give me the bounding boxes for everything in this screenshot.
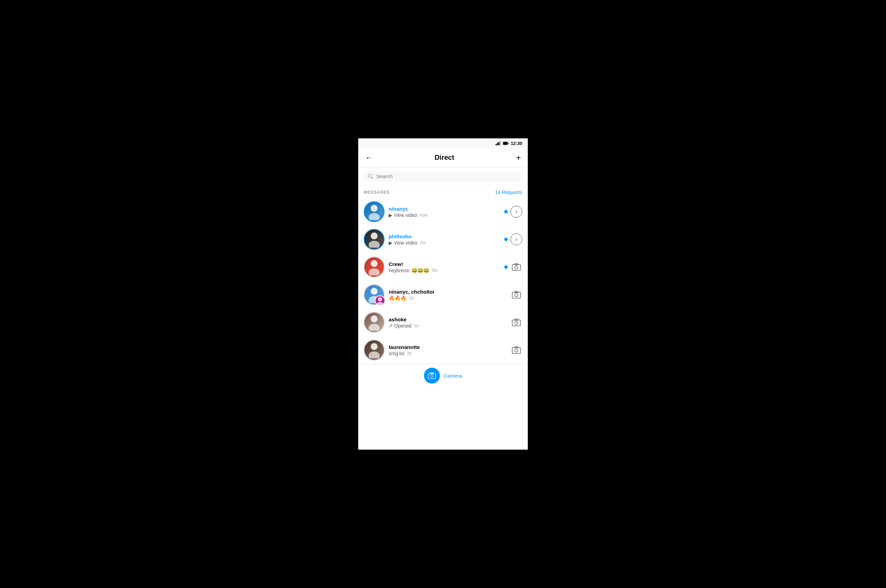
message-item-ninanyc[interactable]: ninanyc ▶ View video now ›	[358, 198, 528, 225]
avatar-wrapper-phillsohn	[364, 229, 385, 250]
back-button[interactable]: ←	[364, 152, 374, 164]
messages-header: MESSAGES 14 Requests	[358, 185, 528, 198]
avatar-phillsohn	[364, 229, 385, 250]
svg-rect-5	[503, 142, 507, 145]
svg-rect-1	[497, 143, 498, 145]
svg-rect-32	[512, 348, 520, 354]
add-button[interactable]: +	[514, 152, 522, 164]
message-preview-group: 🔥🔥🔥 1h	[389, 296, 510, 301]
search-input[interactable]	[376, 173, 518, 179]
play-button-phillsohn[interactable]: ›	[510, 234, 522, 245]
message-info-ashoke: ashoke ↗ Opened 1h	[389, 316, 510, 328]
unread-dot-ninanyc	[504, 210, 508, 213]
status-time: 12:30	[511, 141, 522, 146]
camera-button-lauren[interactable]	[510, 344, 522, 356]
camera-button-crew[interactable]	[510, 261, 522, 273]
svg-point-30	[371, 343, 378, 350]
svg-rect-27	[512, 320, 520, 326]
avatar-wrapper-lauren	[364, 340, 385, 360]
svg-point-20	[378, 297, 382, 301]
svg-rect-22	[512, 292, 520, 298]
avatar-wrapper-ashoke	[364, 312, 385, 333]
battery-icon	[503, 141, 509, 145]
status-bar: 12:30	[358, 138, 528, 148]
avatar-ashoke	[364, 312, 385, 333]
header: ← Direct +	[358, 148, 528, 167]
message-item-phillsohn[interactable]: phillsohn ▶ View video 2m ›	[358, 225, 528, 253]
message-preview-ninanyc: ▶ View video now	[389, 212, 504, 218]
message-actions-group	[510, 289, 522, 301]
svg-point-14	[369, 268, 380, 275]
svg-line-8	[372, 177, 373, 178]
message-info-lauren: laurenanntte omg lol 2h	[389, 344, 510, 356]
search-icon	[368, 174, 373, 179]
search-bar	[358, 167, 528, 185]
message-item-ashoke[interactable]: ashoke ↗ Opened 1h	[358, 309, 528, 336]
message-preview-lauren: omg lol 2h	[389, 351, 510, 356]
sub-avatar-group	[375, 296, 385, 306]
avatar-ninanyc	[364, 201, 385, 222]
message-preview-crew: heybrena: 😂😂😂 5m	[389, 268, 504, 273]
svg-point-21	[376, 302, 384, 305]
phone-container: 12:30 ← Direct + MESSAGES 14 Requests	[358, 138, 528, 450]
message-name-phillsohn: phillsohn	[389, 234, 504, 239]
message-item-lauren[interactable]: laurenanntte omg lol 2h	[358, 336, 528, 364]
svg-point-31	[369, 351, 380, 358]
svg-rect-2	[498, 142, 499, 145]
svg-point-11	[371, 232, 378, 239]
requests-link[interactable]: 14 Requests	[495, 189, 522, 195]
message-actions-ashoke	[510, 316, 522, 328]
svg-point-10	[369, 213, 380, 220]
message-name-ninanyc: ninanyc	[389, 206, 504, 212]
svg-point-26	[369, 324, 380, 331]
svg-point-9	[371, 205, 378, 212]
messages-section: MESSAGES 14 Requests ninanyc ▶ View vide…	[358, 185, 528, 364]
signal-icon	[496, 141, 501, 145]
avatar-wrapper-crew	[364, 256, 385, 278]
svg-rect-3	[500, 141, 501, 145]
svg-rect-34	[514, 346, 518, 348]
svg-rect-17	[514, 264, 518, 265]
message-name-crew: Crew!	[389, 261, 504, 267]
search-wrapper	[364, 171, 522, 182]
page-title: Direct	[435, 154, 454, 162]
svg-rect-15	[512, 265, 520, 270]
message-actions-crew	[504, 261, 522, 273]
svg-rect-29	[514, 319, 518, 320]
svg-point-12	[369, 241, 380, 248]
svg-point-28	[515, 321, 518, 324]
play-button-ninanyc[interactable]: ›	[510, 206, 522, 218]
message-name-lauren: laurenanntte	[389, 344, 510, 350]
message-preview-ashoke: ↗ Opened 1h	[389, 323, 510, 328]
avatar-crew	[364, 256, 385, 278]
svg-point-23	[515, 294, 518, 297]
message-info-ninanyc: ninanyc ▶ View video now	[389, 206, 504, 218]
message-info-crew: Crew! heybrena: 😂😂😂 5m	[389, 261, 504, 273]
bottom-bar: Camera	[358, 364, 528, 388]
avatar-wrapper-group	[364, 284, 385, 305]
camera-button-group[interactable]	[510, 289, 522, 301]
message-actions-phillsohn: ›	[504, 234, 522, 245]
message-name-ashoke: ashoke	[389, 316, 510, 322]
message-info-group: ninanyc, chchoitoi 🔥🔥🔥 1h	[389, 289, 510, 301]
svg-rect-0	[496, 144, 496, 145]
unread-dot-phillsohn	[504, 238, 508, 241]
message-actions-ninanyc: ›	[504, 206, 522, 218]
svg-point-13	[371, 260, 378, 267]
camera-button-ashoke[interactable]	[510, 316, 522, 328]
message-preview-phillsohn: ▶ View video 2m	[389, 240, 504, 246]
message-actions-lauren	[510, 344, 522, 356]
message-info-phillsohn: phillsohn ▶ View video 2m	[389, 234, 504, 246]
svg-point-33	[515, 349, 518, 352]
svg-point-36	[430, 375, 433, 377]
svg-point-16	[515, 266, 518, 269]
messages-label: MESSAGES	[364, 190, 390, 195]
unread-dot-crew	[504, 265, 508, 269]
message-item-group[interactable]: ninanyc, chchoitoi 🔥🔥🔥 1h	[358, 281, 528, 309]
status-icons: 12:30	[496, 141, 522, 146]
camera-main-button[interactable]	[424, 368, 440, 384]
svg-rect-35	[428, 374, 436, 379]
message-item-crew[interactable]: Crew! heybrena: 😂😂😂 5m	[358, 253, 528, 281]
svg-rect-37	[430, 372, 434, 374]
svg-rect-6	[508, 142, 509, 144]
